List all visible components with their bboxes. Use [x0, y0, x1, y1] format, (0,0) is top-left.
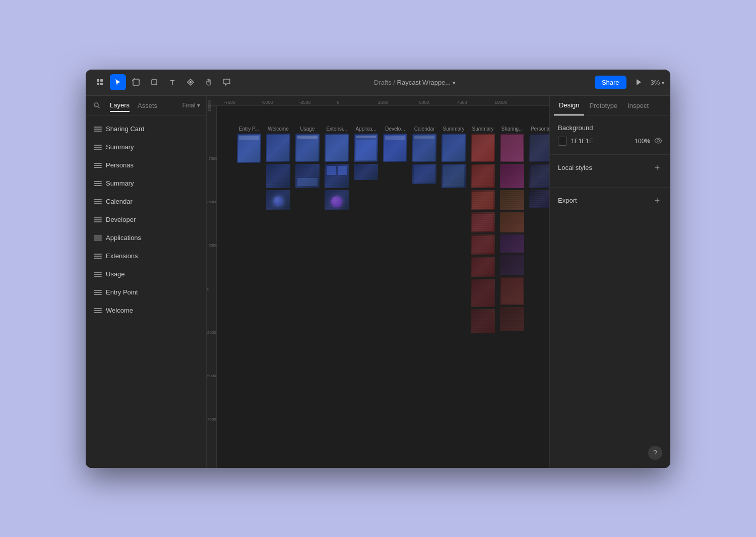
layer-calendar[interactable]: Calendar [86, 193, 206, 211]
layer-usage[interactable]: Usage [86, 265, 206, 283]
text-tool-button[interactable]: T [164, 74, 180, 90]
layer-icon [94, 143, 102, 151]
select-tool-button[interactable] [110, 74, 126, 90]
multi-tool-button[interactable] [92, 74, 108, 90]
layer-entry-point[interactable]: Entry Point [86, 283, 206, 302]
layer-sharing-card[interactable]: Sharing Card [86, 120, 206, 138]
components-tool-button[interactable] [182, 74, 199, 90]
search-icon[interactable] [92, 100, 102, 110]
panel-export-section: Export + [550, 188, 670, 220]
sidebar-header: Layers Assets Final ▾ [86, 96, 206, 116]
shape-tool-button[interactable] [146, 74, 162, 90]
layers-list: Sharing Card Summary P [86, 116, 206, 468]
tab-prototype[interactable]: Prototype [584, 96, 622, 116]
frame-sharing-card[interactable]: Sharing... [500, 126, 524, 331]
background-hex-value[interactable]: 1E1E1E [571, 138, 628, 145]
layer-icon [94, 161, 102, 169]
layer-icon [94, 288, 102, 296]
main-content: Layers Assets Final ▾ Sharing Card [86, 96, 670, 468]
frame-extensions[interactable]: Extensi... [325, 126, 349, 210]
frame-welcome[interactable]: Welcome [266, 126, 290, 210]
tab-inspect[interactable]: Inspect [622, 96, 654, 116]
comment-tool-button[interactable] [219, 74, 235, 90]
layer-extensions[interactable]: Extensions [86, 247, 206, 265]
canvas-viewport: Entry P... Welcome [217, 106, 549, 468]
panel-background-section: Background 1E1E1E 100% [550, 116, 670, 155]
frame-calendar[interactable]: Calendar [412, 126, 436, 184]
layer-applications[interactable]: Applications [86, 229, 206, 247]
tab-assets[interactable]: Assets [138, 100, 157, 111]
layer-icon [94, 180, 102, 188]
layer-icon [94, 198, 102, 206]
frame-summary-1[interactable]: Summary [442, 126, 466, 188]
zoom-control[interactable]: 3% ▾ [651, 79, 664, 86]
layer-icon [94, 270, 102, 278]
frame-tool-button[interactable] [128, 74, 144, 90]
local-styles-header: Local styles + [558, 163, 662, 173]
layer-summary-1[interactable]: Summary [86, 138, 206, 156]
panel-tabs: Design Prototype Inspect [550, 96, 670, 116]
layer-welcome[interactable]: Welcome [86, 302, 206, 320]
background-section-title: Background [558, 124, 662, 132]
breadcrumb-chevron[interactable]: ▾ [453, 80, 456, 86]
layer-icon [94, 307, 102, 315]
frame-developer[interactable]: Develo... [383, 126, 407, 162]
frame-entry-point[interactable]: Entry P... [237, 126, 261, 163]
tab-design[interactable]: Design [554, 96, 584, 116]
layer-icon [94, 234, 102, 242]
export-header: Export + [558, 196, 662, 206]
svg-point-11 [657, 139, 660, 142]
share-button[interactable]: Share [595, 76, 626, 89]
layer-icon [94, 252, 102, 260]
hand-tool-button[interactable] [201, 74, 217, 90]
layer-icon [94, 216, 102, 224]
background-opacity-value[interactable]: 100% [632, 138, 650, 145]
svg-rect-4 [133, 79, 139, 85]
svg-rect-3 [100, 83, 103, 85]
layers-filter[interactable]: Final ▾ [182, 102, 200, 109]
breadcrumb: Drafts / Raycast Wrappe... ▾ [237, 79, 593, 86]
export-add-button[interactable]: + [652, 196, 662, 206]
right-panel: Design Prototype Inspect Background 1E1E… [549, 96, 670, 468]
svg-rect-0 [97, 79, 99, 82]
frame-summary-2[interactable]: Summary [471, 126, 495, 333]
tab-layers[interactable]: Layers [110, 99, 130, 112]
layer-summary-2[interactable]: Summary [86, 174, 206, 193]
panel-local-styles-section: Local styles + [550, 155, 670, 188]
background-color-swatch[interactable] [558, 137, 567, 146]
frame-usage[interactable]: Usage [295, 126, 320, 188]
help-button[interactable]: ? [648, 446, 662, 460]
toolbar-right: Share 3% ▾ [595, 74, 664, 90]
svg-rect-2 [97, 83, 99, 85]
canvas-area[interactable]: -7500 -5000 -2500 0 2500 5000 7500 10000… [207, 96, 549, 468]
local-styles-title: Local styles [558, 164, 592, 171]
frame-personas[interactable]: Personas [529, 126, 549, 208]
local-styles-add-button[interactable]: + [652, 163, 662, 173]
frame-applications[interactable]: Applica... [354, 126, 378, 180]
breadcrumb-filename[interactable]: Raycast Wrappe... [397, 79, 451, 86]
layer-icon [94, 125, 102, 133]
play-button[interactable] [631, 74, 647, 90]
figma-window: T Drafts / Raycast Wrappe... ▾ [86, 70, 670, 468]
export-title: Export [558, 197, 577, 204]
background-color-row: 1E1E1E 100% [558, 137, 662, 146]
left-sidebar: Layers Assets Final ▾ Sharing Card [86, 96, 207, 468]
visibility-toggle-icon[interactable] [654, 137, 662, 146]
toolbar: T Drafts / Raycast Wrappe... ▾ [86, 70, 670, 96]
layer-developer[interactable]: Developer [86, 211, 206, 229]
layer-personas[interactable]: Personas [86, 156, 206, 174]
ruler-left: -10000 -7500 -5000 -2500 0 2500 5000 750… [207, 106, 217, 468]
svg-rect-1 [100, 79, 103, 82]
breadcrumb-prefix: Drafts / [374, 79, 395, 86]
